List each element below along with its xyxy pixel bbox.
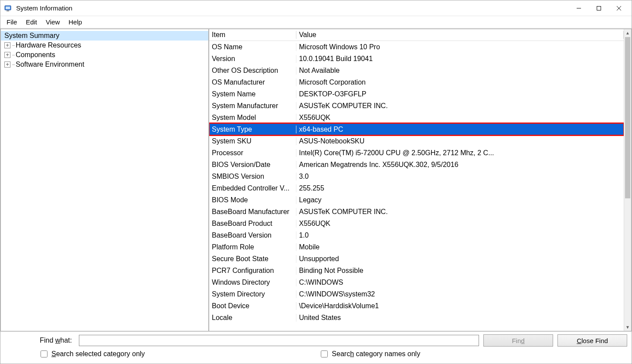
detail-row[interactable]: System Typex64-based PC bbox=[209, 123, 624, 135]
detail-row[interactable]: BaseBoard ManufacturerASUSTeK COMPUTER I… bbox=[209, 206, 624, 218]
detail-row[interactable]: BIOS ModeLegacy bbox=[209, 194, 624, 206]
tree-item[interactable]: +Hardware Resources bbox=[1, 41, 208, 50]
window-title: System Information bbox=[16, 4, 72, 12]
tree-item-label: Components bbox=[16, 51, 55, 59]
titlebar: System Information bbox=[0, 0, 632, 16]
close-find-button[interactable]: Close Find bbox=[557, 334, 627, 347]
column-value[interactable]: Value bbox=[296, 31, 624, 39]
detail-item-cell: BIOS Version/Date bbox=[209, 161, 296, 169]
app-icon bbox=[4, 4, 13, 13]
detail-row[interactable]: OS ManufacturerMicrosoft Corporation bbox=[209, 76, 624, 88]
detail-item-cell: System Type bbox=[209, 126, 296, 133]
detail-row[interactable]: System NameDESKTOP-O3FGFLP bbox=[209, 88, 624, 100]
detail-row[interactable]: Secure Boot StateUnsupported bbox=[209, 253, 624, 265]
maximize-button[interactable] bbox=[589, 1, 609, 15]
menu-file[interactable]: File bbox=[2, 17, 21, 27]
detail-item-cell: Secure Boot State bbox=[209, 255, 296, 263]
search-category-names-checkbox[interactable]: Search category names only bbox=[319, 349, 420, 359]
search-selected-category-checkbox[interactable]: Search selected category only bbox=[39, 349, 145, 359]
detail-item-cell: SMBIOS Version bbox=[209, 173, 296, 180]
detail-value-cell: X556UQK bbox=[296, 220, 624, 228]
detail-row[interactable]: BIOS Version/DateAmerican Megatrends Inc… bbox=[209, 159, 624, 170]
detail-value-cell: DESKTOP-O3FGFLP bbox=[296, 90, 624, 98]
scroll-down-icon[interactable]: ▼ bbox=[624, 323, 631, 331]
detail-value-cell: Mobile bbox=[296, 243, 624, 251]
detail-row[interactable]: PCR7 ConfigurationBinding Not Possible bbox=[209, 265, 624, 276]
detail-row[interactable]: System DirectoryC:\WINDOWS\system32 bbox=[209, 288, 624, 300]
detail-item-cell: System Name bbox=[209, 90, 296, 98]
tree-item[interactable]: +Components bbox=[1, 50, 208, 60]
expand-icon[interactable]: + bbox=[4, 42, 10, 48]
detail-value-cell: x64-based PC bbox=[296, 126, 624, 133]
scroll-up-icon[interactable]: ▲ bbox=[624, 29, 631, 37]
detail-row[interactable]: Embedded Controller V...255.255 bbox=[209, 182, 624, 194]
svg-rect-2 bbox=[7, 10, 9, 11]
detail-row[interactable]: Boot Device\Device\HarddiskVolume1 bbox=[209, 300, 624, 312]
detail-value-cell: 10.0.19041 Build 19041 bbox=[296, 55, 624, 63]
detail-item-cell: OS Name bbox=[209, 43, 296, 51]
detail-row[interactable]: LocaleUnited States bbox=[209, 312, 624, 323]
find-what-input[interactable] bbox=[79, 335, 479, 346]
detail-value-cell: 255.255 bbox=[296, 184, 624, 192]
vertical-scrollbar[interactable]: ▲ ▼ bbox=[624, 29, 631, 331]
detail-item-cell: Version bbox=[209, 55, 296, 63]
detail-value-cell: ASUSTeK COMPUTER INC. bbox=[296, 102, 624, 110]
menu-edit[interactable]: Edit bbox=[21, 17, 41, 27]
expand-icon[interactable]: + bbox=[4, 61, 10, 68]
detail-value-cell: Unsupported bbox=[296, 255, 624, 263]
detail-value-cell: ASUS-NotebookSKU bbox=[296, 137, 624, 145]
find-bar: Find what: Find Close Find Search select… bbox=[0, 331, 632, 364]
detail-row[interactable]: BaseBoard ProductX556UQK bbox=[209, 218, 624, 229]
detail-row[interactable]: System ModelX556UQK bbox=[209, 112, 624, 123]
close-button[interactable] bbox=[609, 1, 629, 15]
detail-row[interactable]: OS NameMicrosoft Windows 10 Pro bbox=[209, 41, 624, 53]
tree-pane[interactable]: System Summary +Hardware Resources+Compo… bbox=[0, 29, 209, 331]
detail-value-cell: Intel(R) Core(TM) i5-7200U CPU @ 2.50GHz… bbox=[296, 149, 624, 157]
detail-item-cell: Locale bbox=[209, 314, 296, 322]
detail-item-cell: Boot Device bbox=[209, 302, 296, 310]
minimize-button[interactable] bbox=[569, 1, 589, 15]
detail-row[interactable]: Windows DirectoryC:\WINDOWS bbox=[209, 276, 624, 288]
tree-item-label: Hardware Resources bbox=[16, 41, 81, 49]
detail-item-cell: OS Manufacturer bbox=[209, 78, 296, 86]
detail-value-cell: American Megatrends Inc. X556UQK.302, 9/… bbox=[296, 161, 624, 169]
detail-item-cell: System Manufacturer bbox=[209, 102, 296, 110]
detail-item-cell: BIOS Mode bbox=[209, 196, 296, 204]
tree-item-label: Software Environment bbox=[16, 61, 84, 68]
column-item[interactable]: Item bbox=[209, 31, 296, 39]
detail-item-cell: Windows Directory bbox=[209, 279, 296, 286]
detail-header[interactable]: Item Value bbox=[209, 29, 624, 41]
detail-item-cell: Processor bbox=[209, 149, 296, 157]
detail-value-cell: C:\WINDOWS bbox=[296, 279, 624, 286]
scroll-thumb[interactable] bbox=[625, 37, 630, 198]
detail-row[interactable]: Other OS DescriptionNot Available bbox=[209, 65, 624, 76]
menu-view[interactable]: View bbox=[41, 17, 64, 27]
tree-item[interactable]: +Software Environment bbox=[1, 60, 208, 69]
detail-value-cell: X556UQK bbox=[296, 114, 624, 122]
detail-value-cell: Microsoft Corporation bbox=[296, 78, 624, 86]
expand-icon[interactable]: + bbox=[4, 52, 10, 58]
search-selected-category-box[interactable] bbox=[41, 350, 48, 357]
detail-value-cell: Binding Not Possible bbox=[296, 267, 624, 275]
detail-row[interactable]: Version10.0.19041 Build 19041 bbox=[209, 53, 624, 65]
detail-row[interactable]: SMBIOS Version3.0 bbox=[209, 170, 624, 182]
detail-value-cell: ASUSTeK COMPUTER INC. bbox=[296, 208, 624, 216]
detail-list[interactable]: Item Value OS NameMicrosoft Windows 10 P… bbox=[209, 29, 624, 331]
detail-value-cell: Microsoft Windows 10 Pro bbox=[296, 43, 624, 51]
detail-item-cell: Embedded Controller V... bbox=[209, 184, 296, 192]
tree-root-label: System Summary bbox=[4, 32, 59, 40]
main-area: System Summary +Hardware Resources+Compo… bbox=[0, 28, 632, 331]
detail-item-cell: System Model bbox=[209, 114, 296, 122]
detail-row[interactable]: System ManufacturerASUSTeK COMPUTER INC. bbox=[209, 100, 624, 112]
menu-help[interactable]: Help bbox=[64, 17, 86, 27]
detail-row[interactable]: ProcessorIntel(R) Core(TM) i5-7200U CPU … bbox=[209, 147, 624, 159]
detail-row[interactable]: BaseBoard Version1.0 bbox=[209, 229, 624, 241]
detail-row[interactable]: Platform RoleMobile bbox=[209, 241, 624, 253]
detail-row[interactable]: System SKUASUS-NotebookSKU bbox=[209, 135, 624, 147]
find-button[interactable]: Find bbox=[483, 334, 553, 347]
detail-item-cell: System Directory bbox=[209, 290, 296, 298]
detail-item-cell: Platform Role bbox=[209, 243, 296, 251]
tree-root-item[interactable]: System Summary bbox=[1, 31, 208, 41]
detail-item-cell: System SKU bbox=[209, 137, 296, 145]
search-category-names-box[interactable] bbox=[321, 350, 328, 357]
